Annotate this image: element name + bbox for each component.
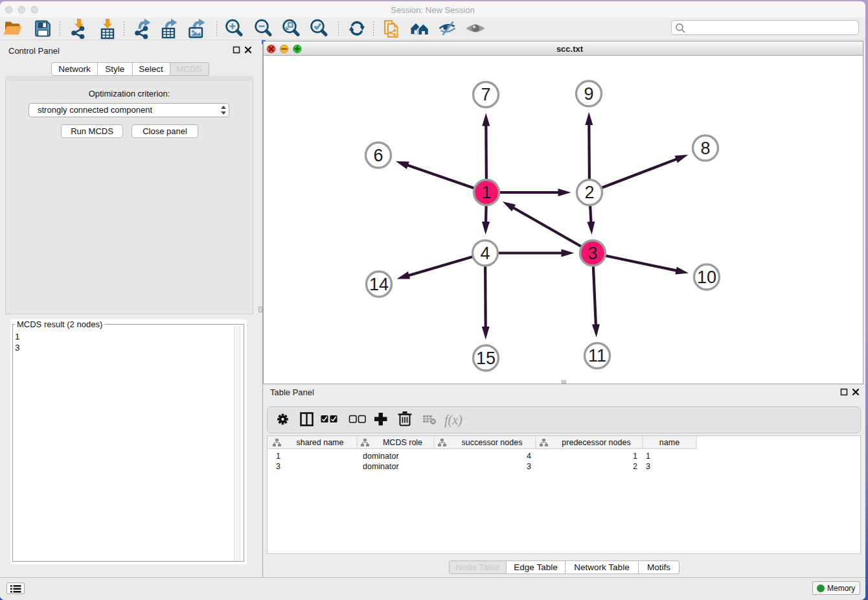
svg-text:1: 1 xyxy=(481,183,491,202)
svg-text:15: 15 xyxy=(476,349,496,368)
svg-text:11: 11 xyxy=(588,346,606,365)
svg-text:4: 4 xyxy=(480,244,490,263)
svg-text:9: 9 xyxy=(584,84,593,104)
svg-text:10: 10 xyxy=(697,268,716,287)
svg-text:6: 6 xyxy=(373,146,383,165)
svg-text:7: 7 xyxy=(481,85,490,104)
svg-text:3: 3 xyxy=(588,244,597,263)
svg-text:14: 14 xyxy=(369,275,389,294)
svg-text:2: 2 xyxy=(584,183,594,202)
svg-text:8: 8 xyxy=(700,139,710,158)
